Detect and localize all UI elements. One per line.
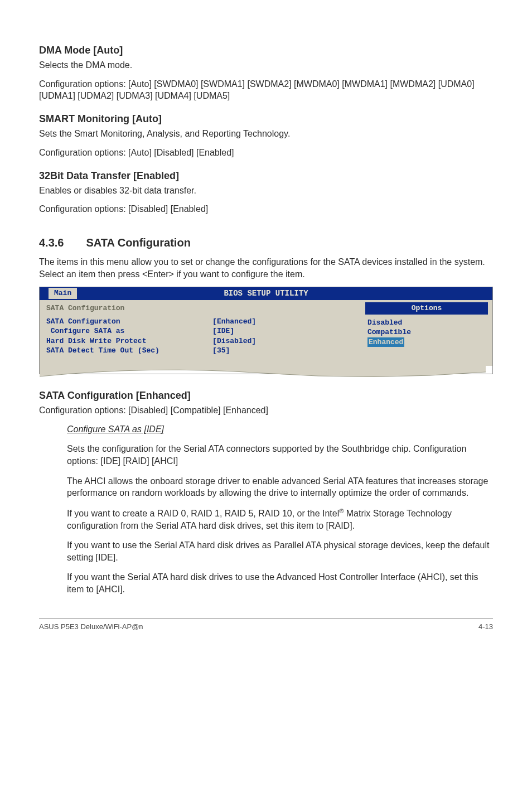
bios-right-pane: Options Disabled Compatible Enhanced [361,300,492,366]
sata-config-enh-heading: SATA Configuration [Enhanced] [39,389,493,402]
bios-option: Disabled [365,318,488,328]
bios-left-header: SATA Configuration [46,303,354,313]
smart-heading: SMART Monitoring [Auto] [39,112,493,125]
dma-mode-desc2: Configuration options: [Auto] [SWDMA0] [… [39,78,493,102]
dma-mode-heading: DMA Mode [Auto] [39,44,493,57]
smart-desc1: Sets the Smart Monitoring, Analysis, and… [39,128,493,140]
indented-block: Configure SATA as [IDE] Sets the configu… [39,423,493,596]
bios-row-label: SATA Detect Time Out (Sec) [46,346,212,356]
cfg-ide-p3: If you want to create a RAID 0, RAID 1, … [67,507,493,532]
bios-left-pane: SATA Configuration SATA Configuraton[Enh… [40,300,361,366]
cfg-ide-p1: Sets the configuration for the Serial AT… [67,443,493,467]
bios-tab-main: Main [49,288,77,299]
bios-row-label: Configure SATA as [46,326,212,336]
bios-row: Configure SATA as[IDE] [46,326,354,336]
footer-left: ASUS P5E3 Deluxe/WiFi-AP@n [39,622,143,632]
bios-title: BIOS SETUP UTILITY [224,289,308,298]
bios-row-value: [Enhanced] [212,317,354,327]
32bit-heading: 32Bit Data Transfer [Enabled] [39,169,493,182]
bios-title-bar: BIOS SETUP UTILITY Main [40,287,492,300]
cfg-ide-p2: The AHCI allows the onboard storage driv… [67,475,493,499]
smart-desc2: Configuration options: [Auto] [Disabled]… [39,147,493,159]
torn-edge-svg [40,365,486,382]
bios-torn-edge [40,366,492,374]
cfg-ide-p4: If you want to use the Serial ATA hard d… [67,539,493,563]
bios-row-label: Hard Disk Write Protect [46,336,212,346]
bios-row-label: SATA Configuraton [46,317,212,327]
section-heading: 4.3.6SATA Configuration [39,235,493,250]
32bit-desc1: Enables or disables 32-bit data transfer… [39,185,493,197]
32bit-desc2: Configuration options: [Disabled] [Enabl… [39,203,493,215]
bios-option-selected-text: Enhanced [367,337,404,347]
bios-row-value: [Disabled] [212,336,354,346]
bios-row: SATA Detect Time Out (Sec)[35] [46,346,354,356]
page-footer: ASUS P5E3 Deluxe/WiFi-AP@n 4-13 [39,618,493,632]
cfg-ide-p3a: If you want to create a RAID 0, RAID 1, … [67,509,339,518]
bios-option: Compatible [365,327,488,337]
bios-row-value: [IDE] [212,326,354,336]
bios-row-value: [35] [212,346,354,356]
section-intro: The items in this menu allow you to set … [39,256,493,280]
section-title: SATA Configuration [86,236,190,249]
bios-screenshot: BIOS SETUP UTILITY Main SATA Configurati… [39,287,493,374]
configure-sata-ide-link: Configure SATA as [IDE] [67,424,164,434]
sata-config-enh-line: Configuration options: [Disabled] [Compa… [39,404,493,417]
configure-sata-ide-link-line: Configure SATA as [IDE] [67,423,493,436]
bios-option-selected: Enhanced [365,337,488,347]
bios-row: Hard Disk Write Protect[Disabled] [46,336,354,346]
bios-options-header: Options [365,302,488,315]
dma-mode-desc1: Selects the DMA mode. [39,59,493,71]
section-number: 4.3.6 [39,235,64,250]
cfg-ide-p5: If you want the Serial ATA hard disk dri… [67,571,493,595]
bios-row: SATA Configuraton[Enhanced] [46,317,354,327]
footer-right: 4-13 [478,622,493,632]
